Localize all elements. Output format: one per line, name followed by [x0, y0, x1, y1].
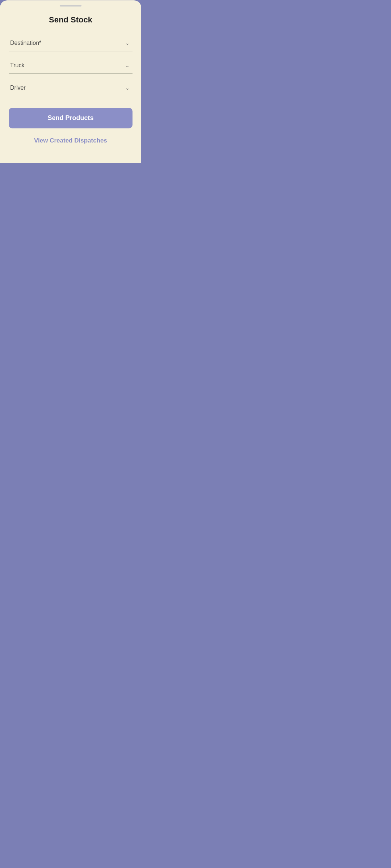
- driver-select[interactable]: Driver: [9, 80, 133, 96]
- destination-select[interactable]: Destination*: [9, 35, 133, 51]
- top-section: Hi kedar Panjiyar (Bangalore Ba... 👤 ✎ N…: [0, 11, 141, 163]
- sheet-title: Send Stock: [9, 15, 133, 25]
- destination-dropdown-wrapper[interactable]: Destination* ⌄: [9, 35, 133, 51]
- view-dispatches-link[interactable]: View Created Dispatches: [9, 137, 133, 144]
- truck-select[interactable]: Truck: [9, 57, 133, 74]
- truck-dropdown-wrapper[interactable]: Truck ⌄: [9, 57, 133, 74]
- send-products-button[interactable]: Send Products: [9, 108, 133, 128]
- bottom-sheet: Send Stock Destination* ⌄ Truck ⌄ Driver…: [0, 0, 141, 163]
- driver-dropdown-wrapper[interactable]: Driver ⌄: [9, 80, 133, 96]
- sheet-drag-handle: [60, 5, 81, 7]
